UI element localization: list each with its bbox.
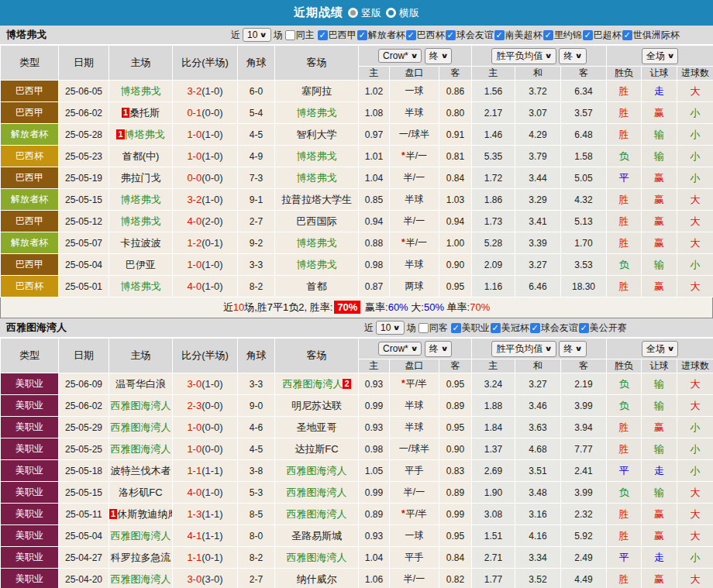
euro-odds: 5.92 <box>561 525 607 547</box>
away-team: 博塔弗戈 <box>275 254 359 276</box>
checkbox-checked-icon: ✓ <box>530 323 540 333</box>
euro-odds: 3.72 <box>515 81 561 102</box>
corner-count: 3-3 <box>238 373 275 395</box>
asian-odds: 1.02 <box>359 81 390 102</box>
euro-odds-group: 胜平负均值∨ 终∨ <box>472 46 607 67</box>
asian-odds: 0.94 <box>359 211 390 232</box>
final-odds-select[interactable]: 终∨ <box>559 341 586 357</box>
scope-select[interactable]: 全场∨ <box>642 48 678 64</box>
match-date: 25-05-12 <box>59 211 109 232</box>
league-filter[interactable]: ✓巴超杯 <box>583 29 622 42</box>
match-date: 25-05-28 <box>59 124 109 146</box>
away-team: 西雅图海湾人 <box>275 547 359 569</box>
scope-select[interactable]: 全场∨ <box>642 341 678 357</box>
score: 4-0(1-0) <box>173 482 238 504</box>
euro-odds: 5.13 <box>561 211 607 232</box>
away-team: 西雅图海湾人 <box>275 504 359 525</box>
euro-odds: 1.58 <box>561 146 607 167</box>
col-euro-draw: 和 <box>515 359 561 373</box>
euro-odds: 3.46 <box>515 395 561 417</box>
league-filter[interactable]: ✓球会友谊 <box>530 322 578 335</box>
final-odds-select[interactable]: 终∨ <box>425 48 452 64</box>
layout-vertical-option[interactable]: 竖版 <box>348 6 381 20</box>
result-mark: 输 <box>642 146 677 167</box>
match-date: 25-05-11 <box>59 504 109 525</box>
results-table: 类型 日期 主场 比分(半场) 角球 客场 Crow*∨ 终∨ 胜平负均值∨ 终… <box>0 338 713 588</box>
euro-odds: 3.99 <box>561 395 607 417</box>
euro-odds: 2.41 <box>561 460 607 482</box>
league-badge: 巴西甲 <box>1 102 59 124</box>
final-odds-select[interactable]: 终∨ <box>559 48 586 64</box>
league-filter[interactable]: ✓巴西甲 <box>318 29 356 42</box>
corner-count: 6-0 <box>238 81 275 102</box>
result-mark: 胜 <box>607 276 642 297</box>
col-away: 客场 <box>275 46 359 81</box>
league-filter[interactable]: ✓解放者杯 <box>357 29 405 42</box>
checkbox-checked-icon: ✓ <box>579 323 589 333</box>
same-home-filter[interactable]: 同主 <box>285 29 315 42</box>
asian-odds: 1.01 <box>359 146 390 167</box>
match-date: 25-05-04 <box>59 525 109 547</box>
final-odds-select[interactable]: 终∨ <box>425 341 452 357</box>
away-team: 博塔弗戈 <box>275 232 359 254</box>
asian-odds: 0.90 <box>439 438 472 460</box>
league-filter[interactable]: ✓世俱洲际杯 <box>622 29 680 42</box>
euro-odds: 5.35 <box>472 146 515 167</box>
match-count-select[interactable]: 10∨ <box>376 321 405 335</box>
avg-odds-select[interactable]: 胜平负均值∨ <box>491 341 556 357</box>
league-filter[interactable]: ✓美公开赛 <box>579 322 627 335</box>
euro-odds: 6.46 <box>515 276 561 297</box>
result-mark: 赢 <box>642 167 677 189</box>
avg-odds-select[interactable]: 胜平负均值∨ <box>491 48 556 64</box>
euro-odds: 1.51 <box>472 525 515 547</box>
league-filter[interactable]: ✓南美超杯 <box>494 29 542 42</box>
result-mark: 赢 <box>642 417 677 438</box>
result-mark: 胜 <box>607 124 642 146</box>
result-mark: 负 <box>607 395 642 417</box>
euro-odds: 1.88 <box>472 395 515 417</box>
league-filter[interactable]: ✓球会友谊 <box>446 29 494 42</box>
euro-odds: 3.39 <box>515 232 561 254</box>
league-filter[interactable]: ✓美冠杯 <box>491 322 529 335</box>
result-mark: 平 <box>607 547 642 569</box>
checkbox-checked-icon: ✓ <box>357 30 367 40</box>
checkbox-checked-icon: ✓ <box>543 30 553 40</box>
league-filter[interactable]: ✓巴西杯 <box>406 29 445 42</box>
asian-odds: 1.04 <box>359 167 390 189</box>
asian-odds: 0.89 <box>439 395 472 417</box>
result-mark: 小 <box>677 438 713 460</box>
team-section-seattle: 西雅图海湾人 近 10∨ 场 同客 ✓美职业✓美冠杯✓球会友谊✓美公开赛 类型 … <box>0 318 713 588</box>
result-mark: 输 <box>642 395 677 417</box>
league-badge: 美职业 <box>1 373 59 395</box>
col-corner: 角球 <box>238 46 275 81</box>
league-filter[interactable]: ✓里约锦 <box>543 29 582 42</box>
euro-odds: 1.77 <box>472 569 515 588</box>
team-section-botafogo: 博塔弗戈 近 10∨ 场 同主 ✓巴西甲✓解放者杯✓巴西杯✓球会友谊✓南美超杯✓… <box>0 26 713 318</box>
handicap-line: 两球 <box>390 276 439 297</box>
handicap-line: 一/球半 <box>390 438 439 460</box>
match-row: 美职业25-06-02西雅图海湾人2-3(0-0)9-0明尼苏达联0.99半球0… <box>1 395 713 417</box>
result-mark: 走 <box>642 460 677 482</box>
same-away-filter[interactable]: 同客 <box>418 322 448 335</box>
match-row: 美职业25-05-04西雅图海湾人4-1(1-1)8-0圣路易斯城0.93一球0… <box>1 525 713 547</box>
home-team: 西雅图海湾人 <box>109 438 173 460</box>
checkbox-unchecked-icon <box>418 323 429 333</box>
corner-count: 8-0 <box>238 525 275 547</box>
handicap-line: 一球 <box>390 81 439 102</box>
match-count-select[interactable]: 10∨ <box>243 28 271 42</box>
league-filter[interactable]: ✓美职业 <box>451 322 490 335</box>
result-mark: 大 <box>677 395 713 417</box>
euro-odds: 2.32 <box>561 504 607 525</box>
euro-odds: 7.77 <box>561 438 607 460</box>
result-mark: 胜 <box>607 569 642 588</box>
team-name: 西雅图海湾人 <box>6 321 67 335</box>
col-winlose: 胜负 <box>607 67 642 81</box>
odds-company-select[interactable]: Crow*∨ <box>378 49 422 63</box>
rank-badge: 2 <box>343 379 350 389</box>
result-mark: 大 <box>677 504 713 525</box>
result-mark: 输 <box>642 438 677 460</box>
odds-company-select[interactable]: Crow*∨ <box>378 342 422 356</box>
result-mark: 大 <box>677 569 713 588</box>
handicap-line: 平手 <box>390 460 439 482</box>
layout-horizontal-option[interactable]: 横版 <box>386 6 419 20</box>
